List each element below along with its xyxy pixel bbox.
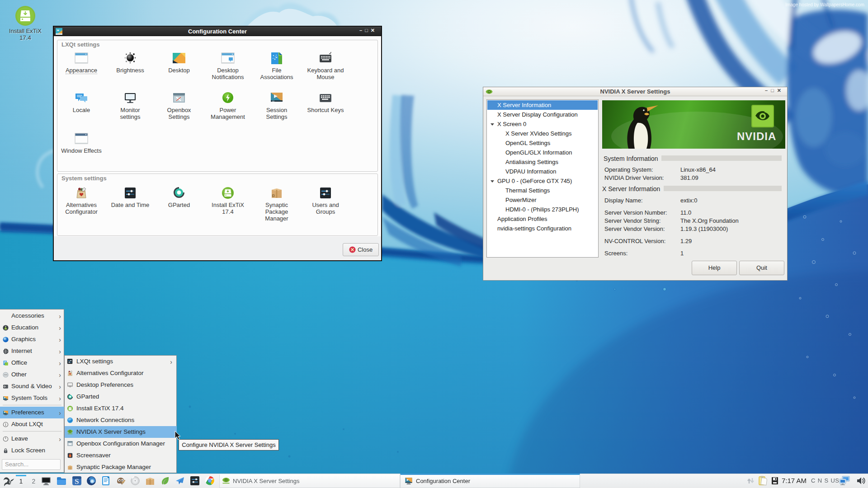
svg-text:Image hosted by WallpapersHome: Image hosted by WallpapersHome.com xyxy=(785,2,864,7)
svg-text:S: S xyxy=(75,477,79,486)
svg-text:NVIDIA: NVIDIA xyxy=(737,130,776,142)
